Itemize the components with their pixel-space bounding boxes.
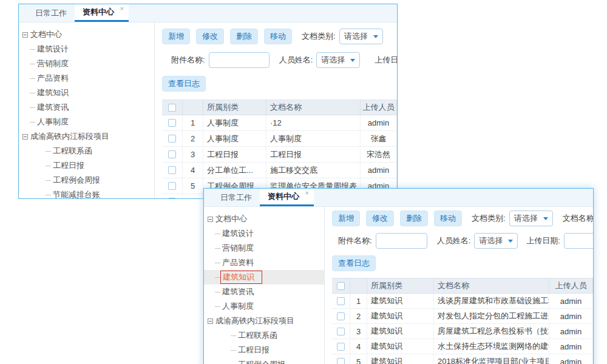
table-row[interactable]: 1 人事制度 ·12 admin [162,115,397,131]
tree-item[interactable]: 建筑知识 [19,86,154,100]
upload-date-input[interactable] [564,233,593,249]
tree-item[interactable]: 文档中心 [19,27,154,42]
window-body: 文档中心 建筑设计 营销制度 产品资料 建筑知识 建筑资讯 [204,207,593,364]
select-all-checkbox[interactable] [337,282,345,290]
action-button[interactable]: 修改 [196,29,224,44]
cell-category: 建筑知识 [367,309,434,323]
tab-daily-work[interactable]: 日常工作 [212,189,260,206]
cell-doc-name: 施工移交交底 [266,163,361,178]
tree-item[interactable]: 工程例会周报 [204,357,324,364]
doc-category-label: 文档类别: [472,213,506,224]
header-doc-name: 文档名称 [434,278,549,293]
action-button[interactable]: 修改 [366,211,394,226]
action-button[interactable]: 移动 [264,29,292,44]
tree-item[interactable]: 人事制度 [204,299,324,314]
tree-item[interactable]: 成渝高铁内江标段项目 [204,314,324,328]
tab-daily-work[interactable]: 日常工作 [27,4,75,22]
table-row[interactable]: 3 建筑知识 房屋建筑工程总承包投标书（技术标... admin [332,324,593,339]
tree-item[interactable]: 建筑设计 [19,42,154,56]
tree-item[interactable]: 建筑知识 [204,270,324,285]
action-buttons: 新增修改删除移动 [162,29,298,44]
tree-item[interactable]: 工程日报 [19,158,154,173]
tree-item[interactable]: 建筑设计 [204,226,324,241]
tree-item[interactable]: 产品资料 [19,71,154,86]
doc-category-select[interactable]: 请选择 [339,29,383,44]
row-index: 3 [350,324,367,339]
tree-connector-icon [215,263,220,263]
row-checkbox[interactable] [168,119,176,127]
tree-item[interactable]: 成渝高铁内江标段项目 [19,129,154,144]
tree-item-label: 建筑知识 [220,271,262,284]
tree-item[interactable]: 营销制度 [19,56,154,71]
cell-doc-name: 浅谈房屋建筑和市政基础设施工程施... [434,294,549,308]
table-row[interactable]: 4 建筑知识 水土保持生态环境监测网络的建设与... admin [332,339,593,354]
tab-data-center[interactable]: 资料中心 × [260,189,314,206]
row-checkbox[interactable] [337,343,345,351]
select-value: 请选择 [479,235,503,246]
toolbar-actions-row: 新增修改删除移动 文档类别: 请选择 [162,29,397,44]
tree-item[interactable]: 工程联系函 [19,144,154,158]
person-name-label: 人员姓名: [437,235,471,246]
tree-item-label: 营销制度 [37,58,69,69]
collapse-toggle-icon[interactable] [22,134,28,140]
tree-item[interactable]: 文档中心 [204,212,324,226]
tree-item[interactable]: 人事制度 [19,115,154,129]
doc-category-select[interactable]: 请选择 [509,211,553,226]
collapse-toggle-icon[interactable] [208,217,213,222]
row-checkbox[interactable] [337,328,345,335]
cell-doc-name: 2018标准化监理项目部(业主项目部)... [434,354,549,364]
attachment-name-input[interactable] [209,52,270,68]
collapse-toggle-icon[interactable] [208,318,213,324]
tree-item[interactable]: 产品资料 [204,255,324,270]
row-checkbox[interactable] [168,182,176,190]
tree-connector-icon [231,335,236,336]
chevron-down-icon [508,240,513,243]
tree-item[interactable]: 营销制度 [204,241,324,255]
tab-bar: 日常工作 资料中心 × [204,189,593,207]
select-all-checkbox[interactable] [168,104,176,112]
table-row[interactable]: 5 建筑知识 2018标准化监理项目部(业主项目部)... admin [332,354,593,364]
view-log-button[interactable]: 查看日志 [332,255,376,271]
tree-item[interactable]: 工程日报 [204,343,324,357]
table-body: 1 人事制度 ·12 admin 2 人事制度 人事制度 张鑫 3 工程日报 [162,115,397,198]
tree-connector-icon [46,195,51,195]
table-row[interactable]: 3 工程日报 工程日报 宋浩然 [162,147,397,163]
tab-bar: 日常工作 资料中心 × [19,4,397,22]
action-button[interactable]: 新增 [162,29,190,44]
row-checkbox[interactable] [168,135,176,143]
table-row[interactable]: 2 人事制度 人事制度 张鑫 [162,131,397,147]
tree-item[interactable]: 工程联系函 [204,328,324,343]
row-checkbox[interactable] [337,358,345,364]
action-button[interactable]: 新增 [332,211,360,226]
person-name-select[interactable]: 请选择 [474,233,518,249]
action-button[interactable]: 删除 [230,29,258,44]
attachment-name-label: 附件名称: [171,55,205,66]
row-checkbox[interactable] [168,166,176,174]
close-tab-icon[interactable]: × [305,189,309,197]
attachment-name-input[interactable] [376,233,427,249]
table-row[interactable]: 2 建筑知识 对发包人指定分包的工程施工进度安... admin [332,309,593,324]
table-row[interactable]: 1 建筑知识 浅谈房屋建筑和市政基础设施工程施... admin [332,294,593,309]
tree-item[interactable]: 节能减排台账 [19,187,154,198]
tab-data-center[interactable]: 资料中心 × [75,4,129,22]
person-name-select[interactable]: 请选择 [316,52,360,68]
tree-item[interactable]: 工程例会周报 [19,173,154,187]
action-button[interactable]: 删除 [400,211,428,226]
row-checkbox[interactable] [168,198,176,198]
row-checkbox[interactable] [337,312,345,320]
collapse-toggle-icon[interactable] [22,32,28,38]
header-category: 所属别类 [203,100,266,115]
row-checkbox[interactable] [337,297,345,305]
tree-item-label: 文档中心 [30,29,62,40]
table-row[interactable]: 4 分工单位工... 施工移交交底 admin [162,163,397,178]
action-button[interactable]: 移动 [434,211,462,226]
tree-item[interactable]: 建筑资讯 [204,285,324,299]
cell-uploader: admin [549,294,593,308]
row-checkbox[interactable] [168,150,176,158]
close-tab-icon[interactable]: × [120,5,124,12]
tree-item-label: 成渝高铁内江标段项目 [215,315,294,326]
tree-connector-icon [215,292,220,292]
tree-connector-icon [30,49,35,50]
view-log-button[interactable]: 查看日志 [162,76,206,92]
tree-item[interactable]: 建筑资讯 [19,100,154,115]
